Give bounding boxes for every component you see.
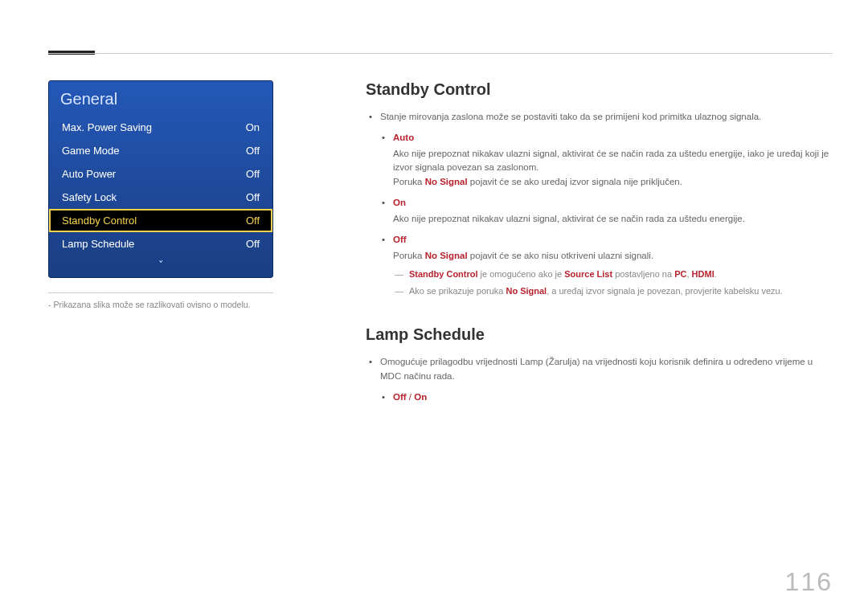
menu-item-label: Safety Lock: [62, 191, 117, 203]
keyword-on: On: [414, 392, 427, 402]
menu-item-value: Off: [246, 215, 260, 227]
option-desc-pre: Poruka: [393, 251, 425, 260]
option-off-on: Off / On: [380, 390, 833, 405]
option-off: Off Poruka No Signal pojavit će se ako n…: [380, 233, 833, 299]
keyword-no-signal: No Signal: [425, 177, 468, 186]
option-desc: Ako nije prepoznat nikakav ulazni signal…: [393, 149, 829, 173]
note-text: .: [714, 269, 717, 279]
menu-row-standby-control[interactable]: Standby Control Off: [49, 209, 272, 232]
note-text: je omogućeno ako je: [478, 269, 565, 279]
menu-item-value: Off: [246, 191, 260, 203]
option-title: On: [393, 196, 833, 210]
heading-lamp-schedule: Lamp Schedule: [366, 325, 833, 344]
lamp-list: Omogućuje prilagodbu vrijednosti Lamp (Ž…: [366, 355, 833, 404]
list-item: Stanje mirovanja zaslona može se postavi…: [366, 110, 833, 298]
osd-menu-title: General: [49, 81, 272, 116]
option-auto: Auto Ako nije prepoznat nikakav ulazni s…: [380, 131, 833, 190]
menu-row-max-power-saving[interactable]: Max. Power Saving On: [49, 116, 272, 139]
keyword-no-signal: No Signal: [425, 251, 468, 260]
keyword-no-signal: No Signal: [506, 286, 547, 296]
menu-item-label: Auto Power: [62, 168, 116, 180]
menu-item-value: Off: [246, 168, 260, 180]
divider: [48, 292, 273, 293]
page-number: 116: [785, 567, 833, 597]
note-item: Standby Control je omogućeno ako je Sour…: [393, 268, 833, 281]
menu-item-label: Game Mode: [62, 145, 120, 157]
option-title: Off: [393, 233, 833, 247]
note-text: Ako se prikazuje poruka: [409, 286, 506, 296]
option-desc-pre: Poruka: [393, 177, 425, 186]
note-item: Ako se prikazuje poruka No Signal, a ure…: [393, 284, 833, 298]
menu-item-value: On: [246, 121, 260, 133]
lamp-options: Off / On: [380, 390, 833, 405]
keyword-source-list: Source List: [564, 269, 612, 279]
keyword-off: Off: [393, 392, 407, 402]
right-column: Standby Control Stanje mirovanja zaslona…: [366, 80, 833, 405]
standby-list: Stanje mirovanja zaslona može se postavi…: [366, 110, 833, 298]
option-on: On Ako nije prepoznat nikakav ulazni sig…: [380, 196, 833, 227]
keyword-pc: PC: [674, 269, 686, 279]
option-title: Auto: [393, 131, 833, 145]
menu-row-game-mode[interactable]: Game Mode Off: [49, 139, 272, 162]
menu-row-lamp-schedule[interactable]: Lamp Schedule Off: [49, 232, 272, 255]
lamp-intro: Omogućuje prilagodbu vrijednosti Lamp (Ž…: [380, 357, 813, 381]
standby-intro: Stanje mirovanja zaslona može se postavi…: [380, 112, 761, 121]
page-content: General Max. Power Saving On Game Mode O…: [48, 80, 833, 589]
note-text: , a uređaj izvor signala je povezan, pro…: [547, 286, 783, 296]
keyword-hdmi: HDMI: [692, 269, 714, 279]
menu-item-label: Lamp Schedule: [62, 238, 134, 250]
keyword-standby-control: Standby Control: [409, 269, 478, 279]
menu-item-label: Max. Power Saving: [62, 121, 152, 133]
menu-item-value: Off: [246, 238, 260, 250]
screenshot-caption: Prikazana slika može se razlikovati ovis…: [48, 300, 289, 309]
option-desc-post: pojavit će se ako nisu otkriveni ulazni …: [468, 251, 653, 260]
chevron-down-icon[interactable]: ˅: [49, 255, 272, 277]
menu-row-safety-lock[interactable]: Safety Lock Off: [49, 186, 272, 209]
option-desc: Ako nije prepoznat nikakav ulazni signal…: [393, 214, 745, 223]
note-text: postavljeno na: [612, 269, 674, 279]
menu-row-auto-power[interactable]: Auto Power Off: [49, 162, 272, 186]
list-item: Omogućuje prilagodbu vrijednosti Lamp (Ž…: [366, 355, 833, 404]
separator: /: [407, 392, 415, 402]
standby-options: Auto Ako nije prepoznat nikakav ulazni s…: [380, 131, 833, 299]
menu-item-label: Standby Control: [62, 215, 137, 227]
option-desc-post: pojavit će se ako uređaj izvor signala n…: [468, 177, 682, 186]
left-column: General Max. Power Saving On Game Mode O…: [48, 80, 289, 309]
header-rule: [48, 53, 833, 54]
menu-item-value: Off: [246, 145, 260, 157]
osd-menu: General Max. Power Saving On Game Mode O…: [48, 80, 273, 278]
standby-notes: Standby Control je omogućeno ako je Sour…: [393, 268, 833, 298]
heading-standby-control: Standby Control: [366, 80, 833, 99]
